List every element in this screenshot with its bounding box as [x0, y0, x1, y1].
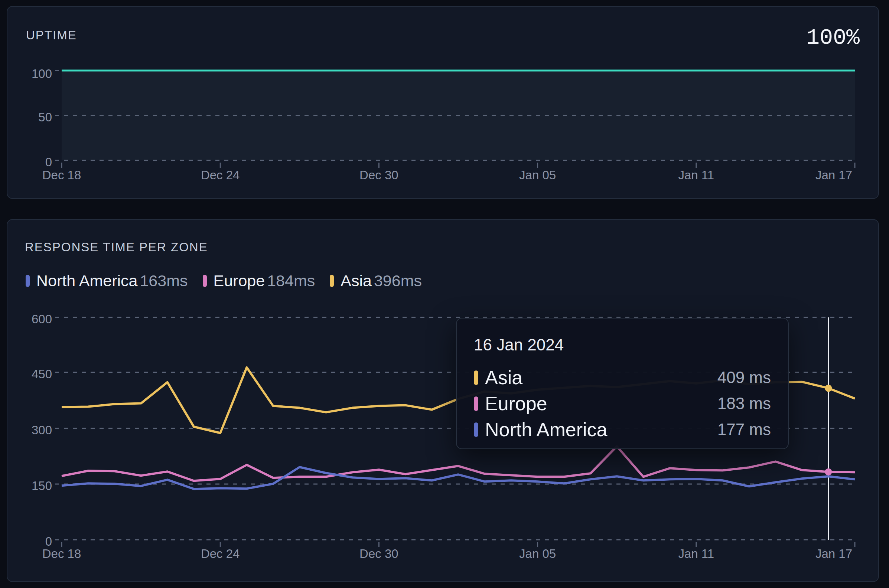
svg-text:450: 450 — [32, 367, 52, 381]
svg-text:Jan 11: Jan 11 — [678, 168, 714, 182]
svg-text:Dec 24: Dec 24 — [201, 547, 240, 561]
svg-text:Jan 11: Jan 11 — [678, 547, 714, 561]
svg-text:Jan 05: Jan 05 — [519, 168, 556, 182]
svg-text:600: 600 — [32, 312, 52, 326]
svg-text:Jan 17: Jan 17 — [815, 547, 852, 561]
svg-text:300: 300 — [32, 423, 52, 437]
svg-text:Dec 18: Dec 18 — [42, 547, 81, 561]
svg-text:50: 50 — [38, 110, 52, 124]
svg-text:Jan 17: Jan 17 — [815, 168, 852, 182]
svg-text:150: 150 — [32, 479, 52, 493]
svg-text:Dec 30: Dec 30 — [359, 547, 398, 561]
svg-text:Dec 24: Dec 24 — [201, 168, 240, 182]
svg-text:Dec 18: Dec 18 — [42, 168, 81, 182]
svg-text:0: 0 — [45, 534, 52, 548]
svg-text:0: 0 — [45, 155, 52, 169]
svg-text:Jan 05: Jan 05 — [519, 547, 556, 561]
svg-text:100: 100 — [32, 67, 52, 81]
svg-text:Dec 30: Dec 30 — [359, 168, 398, 182]
